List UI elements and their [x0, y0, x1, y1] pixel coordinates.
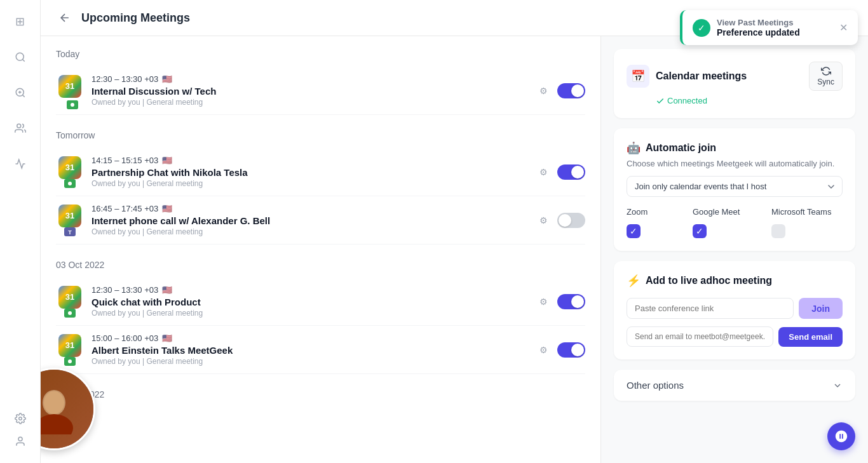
- meeting-title: Internal Discussion w/ Tech: [92, 86, 528, 97]
- meeting-toggle[interactable]: [557, 213, 585, 228]
- meeting-title: Quick chat with Product: [92, 297, 528, 307]
- sync-button[interactable]: Sync: [809, 62, 843, 91]
- conference-link-row: Join: [627, 298, 843, 319]
- meeting-subtitle: Owned by you | General meeting: [92, 309, 528, 318]
- meeting-subtitle: Owned by you | General meeting: [92, 227, 528, 236]
- toast-title: View Past Meetings: [717, 18, 833, 27]
- auto-join-dropdown[interactable]: Join only calendar events that I host Jo…: [627, 176, 843, 197]
- email-row: Send email: [627, 326, 843, 347]
- calendar-icon: 31: [58, 334, 81, 357]
- sidebar-icon-chart[interactable]: [9, 152, 32, 175]
- other-options-section[interactable]: Other options: [614, 370, 855, 401]
- sidebar-icon-search[interactable]: [9, 46, 32, 69]
- svg-point-17: [44, 391, 64, 414]
- svg-text:T: T: [68, 229, 72, 236]
- meeting-toggle[interactable]: [557, 164, 585, 180]
- meeting-settings-button[interactable]: ⚙: [536, 164, 551, 180]
- svg-point-12: [68, 311, 72, 315]
- conference-link-input[interactable]: [627, 298, 794, 319]
- zoom-check-icon: ✓: [627, 224, 641, 238]
- main-area: Upcoming Meetings Today 31 12:30: [41, 0, 868, 463]
- meeting-settings-button[interactable]: ⚙: [536, 83, 551, 98]
- date-section-oct4: 04 Oct 2022: [56, 389, 585, 399]
- meeting-actions: ⚙: [536, 294, 585, 309]
- meeting-title: Albert Einstein Talks MeetGeek: [92, 345, 528, 356]
- calendar-icon: 31: [58, 75, 81, 98]
- meetings-panel: Today 31 12:30 – 13:30 +03 🇺🇸 Intern: [41, 36, 601, 463]
- sidebar: ⊞: [0, 0, 41, 463]
- date-label-oct4: 04 Oct 2022: [56, 389, 585, 399]
- calendar-card-header: 📅 Calendar meetings Sync: [627, 62, 843, 91]
- zoom-checkbox[interactable]: ✓: [627, 224, 677, 238]
- date-section-oct3: 03 Oct 2022 31 12:30 – 13:30 +03 🇺🇸: [56, 260, 585, 374]
- meeting-settings-button[interactable]: ⚙: [536, 342, 551, 358]
- meeting-settings-button[interactable]: ⚙: [536, 213, 551, 228]
- google-meet-badge: [67, 100, 78, 109]
- sidebar-icon-users[interactable]: [9, 117, 32, 140]
- meeting-info: 16:45 – 17:45 +03 🇺🇸 Internet phone call…: [92, 204, 528, 236]
- google-meet-check-icon: ✓: [693, 224, 707, 238]
- date-label-tomorrow: Tomorrow: [56, 130, 585, 140]
- send-email-button[interactable]: Send email: [778, 327, 843, 347]
- toast-notification: ✓ View Past Meetings Preference updated …: [680, 10, 858, 45]
- meeting-settings-button[interactable]: ⚙: [536, 294, 551, 309]
- meeting-calendar-icons: 31: [56, 286, 84, 318]
- join-button[interactable]: Join: [799, 298, 843, 319]
- toast-close-button[interactable]: ✕: [839, 22, 848, 34]
- meeting-item: 31 15:00 – 16:00 +03 🇺🇸 Albert Einstein …: [56, 326, 585, 374]
- toast-description: Preference updated: [717, 27, 833, 37]
- teams-platform-label: Microsoft Teams: [771, 207, 831, 217]
- meeting-actions: ⚙: [536, 213, 585, 228]
- meeting-toggle[interactable]: [557, 294, 585, 309]
- sidebar-icon-settings[interactable]: [9, 407, 32, 430]
- calendar-meetings-card: 📅 Calendar meetings Sync Connected: [614, 49, 855, 118]
- google-meet-platform-label: Google Meet: [693, 207, 756, 217]
- meeting-calendar-icons: 31: [56, 334, 84, 366]
- calendar-title-row: 📅 Calendar meetings: [627, 65, 747, 88]
- svg-point-0: [16, 53, 24, 60]
- sidebar-icon-profile[interactable]: [9, 430, 32, 453]
- platforms-row: Zoom Google Meet Microsoft Teams: [627, 207, 843, 217]
- meeting-actions: ⚙: [536, 342, 585, 358]
- zoom-platform-label: Zoom: [627, 207, 677, 217]
- connected-badge: Connected: [656, 96, 843, 105]
- page-title: Upcoming Meetings: [81, 11, 190, 25]
- back-button[interactable]: [56, 9, 74, 27]
- checkboxes-row: ✓ ✓: [627, 224, 843, 238]
- meeting-calendar-icons: 31 T: [56, 205, 84, 236]
- meeting-time: 16:45 – 17:45 +03 🇺🇸: [92, 204, 528, 213]
- auto-join-card: 🤖 Automatic join Choose which meetings M…: [614, 128, 855, 251]
- teams-checkbox[interactable]: [771, 224, 785, 238]
- auto-join-title: 🤖 Automatic join: [627, 141, 843, 155]
- meeting-toggle[interactable]: [557, 342, 585, 358]
- date-label-today: Today: [56, 49, 585, 59]
- meeting-item: 31 12:30 – 13:30 +03 🇺🇸 Quick chat with …: [56, 278, 585, 326]
- svg-point-8: [68, 182, 72, 185]
- meeting-toggle[interactable]: [557, 83, 585, 98]
- date-label-oct3: 03 Oct 2022: [56, 260, 585, 270]
- meeting-subtitle: Owned by you | General meeting: [92, 357, 528, 366]
- sidebar-icon-search-detail[interactable]: [9, 81, 32, 104]
- svg-point-16: [35, 414, 73, 434]
- chatbot-button[interactable]: [827, 422, 855, 450]
- meeting-calendar-icons: 31: [56, 75, 84, 107]
- calendar-icon: 31: [58, 205, 81, 227]
- other-options-label: Other options: [627, 380, 684, 391]
- svg-point-6: [71, 103, 74, 107]
- adhoc-title: ⚡ Add to live adhoc meeting: [627, 274, 843, 288]
- meeting-info: 12:30 – 13:30 +03 🇺🇸 Internal Discussion…: [92, 74, 528, 107]
- svg-point-2: [17, 124, 20, 128]
- meeting-info: 15:00 – 16:00 +03 🇺🇸 Albert Einstein Tal…: [92, 333, 528, 366]
- auto-join-description: Choose which meetings Meetgeek will auto…: [627, 159, 843, 168]
- meeting-actions: ⚙: [536, 164, 585, 180]
- email-input[interactable]: [627, 326, 773, 347]
- calendar-card-title: Calendar meetings: [656, 70, 747, 82]
- meeting-item: 31 12:30 – 13:30 +03 🇺🇸 Internal Discuss…: [56, 67, 585, 115]
- google-meet-checkbox[interactable]: ✓: [693, 224, 756, 238]
- svg-point-3: [18, 417, 22, 420]
- sidebar-icon-grid[interactable]: ⊞: [9, 10, 32, 33]
- date-section-today: Today 31 12:30 – 13:30 +03 🇺🇸 Intern: [56, 49, 585, 115]
- date-section-tomorrow: Tomorrow 31 14:15 – 15:15 +03 🇺🇸 Par: [56, 130, 585, 245]
- toast-check-icon: ✓: [693, 19, 710, 37]
- chevron-down-icon: [832, 380, 843, 391]
